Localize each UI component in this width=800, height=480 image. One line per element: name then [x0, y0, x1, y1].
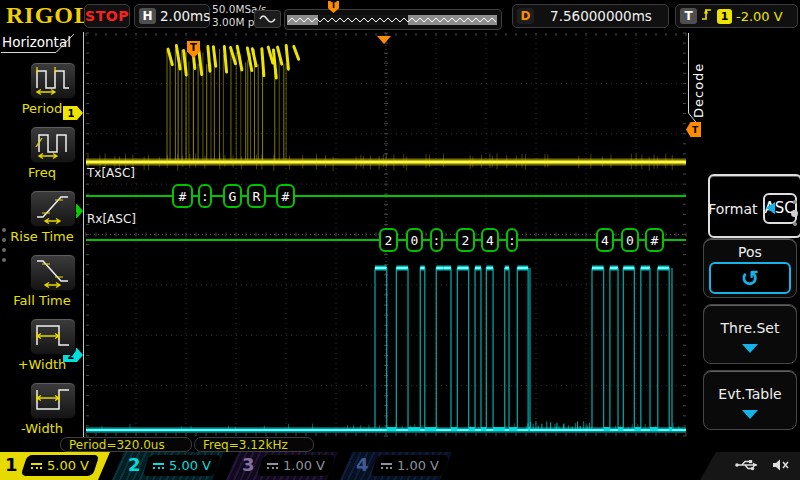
right-menu: Decode FormatASCPos↺Thre.SetEvt.Table [687, 32, 800, 452]
neg-width-icon [33, 382, 73, 420]
dc-coupling-icon [267, 463, 278, 469]
usb-icon [734, 457, 762, 476]
header-bar: RIGOL STOP H 2.00ms 50.0MSa/s 3.00M pts … [0, 0, 800, 32]
timebase-value: 2.00ms [160, 8, 210, 24]
trigger-badge: T [680, 8, 697, 24]
measure-item-pos-width[interactable] [30, 318, 76, 355]
measure-item-rise-time[interactable] [30, 190, 76, 227]
channel-1-number: 1 [5, 454, 18, 475]
down-arrow-icon [742, 344, 758, 353]
system-icons [700, 452, 800, 480]
channel-2-number: 2 [128, 454, 141, 475]
softkey-pos[interactable]: Pos↺ [703, 238, 797, 298]
left-menu: Horizontal PeriodFreqRise TimeFall Time+… [0, 32, 84, 437]
measurement-period: Period=320.0us [60, 437, 192, 452]
softkey-format[interactable]: FormatASC [708, 174, 800, 238]
softkey-evt-table[interactable]: Evt.Table [703, 370, 797, 430]
delay-indicator: D 7.56000000ms [512, 4, 669, 28]
delay-badge: D [517, 8, 534, 24]
measure-item-freq[interactable] [30, 126, 76, 163]
format-value: ASC [763, 193, 797, 224]
measure-item-neg-width[interactable] [30, 382, 76, 419]
pos-width-icon [33, 318, 73, 356]
channel-1-indicator[interactable]: 15.00 V [0, 452, 110, 480]
dc-coupling-icon [381, 463, 392, 469]
down-arrow-icon [742, 410, 758, 419]
measure-label-fall-time: Fall Time [0, 293, 84, 308]
period-icon [33, 62, 73, 100]
freq-icon [33, 126, 73, 164]
timebase-indicator: H 2.00ms [134, 4, 210, 28]
trigger-source-badge: 1 [717, 9, 732, 24]
run-state-indicator: STOP [84, 4, 130, 28]
measure-label-neg-width: -Width [0, 421, 84, 436]
channel-1-scale: 5.00 V [21, 455, 100, 476]
dc-coupling-icon [31, 463, 42, 469]
rise-time-icon [33, 190, 73, 228]
softkey-thre-set[interactable]: Thre.Set [703, 304, 797, 364]
trigger-level-value: -2.00 V [736, 9, 783, 24]
delay-value: 7.56000000ms [538, 8, 664, 24]
tab-decode[interactable]: Decode [691, 42, 709, 118]
softkey-label-pos: Pos [704, 244, 796, 260]
channel-3-number: 3 [242, 454, 255, 475]
dc-coupling-icon [153, 463, 164, 469]
waveform-display [0, 0, 800, 480]
channel-4-number: 4 [356, 454, 369, 475]
fall-time-icon [33, 254, 73, 292]
rising-edge-icon [701, 6, 713, 26]
measure-label-pos-width: +Width [0, 357, 84, 372]
rotate-knob-icon: ↺ [709, 262, 791, 294]
softkey-label-format: Format [708, 201, 757, 217]
measurement-freq: Freq=3.12kHz [194, 437, 314, 452]
horizontal-position-bar[interactable] [284, 9, 502, 30]
brand-logo: RIGOL [6, 2, 91, 29]
trigger-indicator: T 1 -2.00 V [675, 4, 798, 28]
left-arrow-icon [766, 202, 775, 214]
run-state-label: STOP [85, 8, 129, 24]
channel-2-indicator[interactable]: 25.00 V [112, 452, 224, 480]
softkey-label-evt-table: Evt.Table [704, 386, 796, 402]
channel-4-scale: 1.00 V [371, 455, 450, 476]
channel-status-bar: 15.00 V25.00 V31.00 V41.00 V [0, 452, 800, 480]
timebase-badge: H [139, 8, 156, 24]
sine-icon [254, 10, 281, 28]
measure-label-rise-time: Rise Time [0, 229, 84, 244]
measure-item-fall-time[interactable] [30, 254, 76, 291]
channel-3-indicator[interactable]: 31.00 V [226, 452, 338, 480]
measure-item-period[interactable] [30, 62, 76, 99]
left-menu-title: Horizontal [2, 34, 82, 50]
channel-3-scale: 1.00 V [257, 455, 336, 476]
channel-4-indicator[interactable]: 41.00 V [340, 452, 452, 480]
softkey-label-thre-set: Thre.Set [704, 320, 796, 336]
measure-label-period: Period [0, 101, 84, 116]
speaker-muted-icon [772, 457, 790, 476]
measure-label-freq: Freq [0, 165, 84, 180]
oscilloscope-screen: RIGOL STOP H 2.00ms 50.0MSa/s 3.00M pts … [0, 0, 800, 480]
channel-2-scale: 5.00 V [143, 455, 222, 476]
